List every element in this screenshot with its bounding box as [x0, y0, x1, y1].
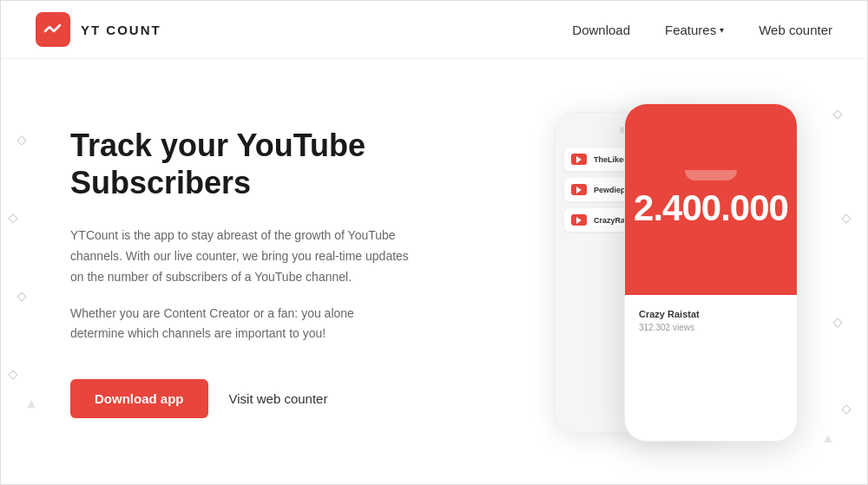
- hero-description-2: Whether you are Content Creator or a fan…: [70, 304, 391, 345]
- youtube-icon: [571, 214, 587, 226]
- nav-download[interactable]: Download: [572, 23, 630, 37]
- nav-features-label: Features: [665, 23, 716, 37]
- phone-front: 2.400.000 Crazy Raistat 312.302 views: [624, 103, 798, 442]
- cta-buttons: Download app Visit web counter: [70, 379, 444, 418]
- phone-front-top: 2.400.000: [625, 104, 797, 295]
- channel-detail-views: 312.302 views: [639, 323, 783, 332]
- youtube-icon: [571, 154, 587, 165]
- chevron-down-icon: ▾: [720, 25, 724, 35]
- phone-mockups: TheLikerShow 26,900,000 PewdiepIe 111,80…: [444, 59, 815, 485]
- diamond-decor: [8, 213, 17, 223]
- nav-web-counter[interactable]: Web counter: [759, 23, 832, 37]
- diamond-decor: [832, 318, 842, 327]
- triangle-decor: [824, 435, 832, 442]
- diamond-decor: [16, 135, 26, 145]
- diamond-decor: [832, 109, 842, 119]
- logo-icon: [36, 12, 70, 47]
- visit-web-counter-button[interactable]: Visit web counter: [229, 391, 328, 406]
- logo-text: YT COUNT: [81, 23, 161, 37]
- main-content: Track your YouTube Subscribers YTCount i…: [1, 59, 867, 485]
- phone-front-bottom: Crazy Raistat 312.302 views: [625, 295, 797, 346]
- hero-description-1: YTCount is the app to stay abreast of th…: [70, 226, 409, 287]
- logo-area: YT COUNT: [36, 12, 161, 47]
- triangle-decor: [27, 400, 36, 408]
- nav: Download Features ▾ Web counter: [572, 23, 832, 37]
- channel-detail-name: Crazy Raistat: [639, 309, 783, 319]
- diamond-decor: [841, 404, 851, 414]
- hero-left: Track your YouTube Subscribers YTCount i…: [70, 127, 444, 418]
- phone-notch: [685, 170, 737, 180]
- subscriber-count: 2.400.000: [634, 187, 788, 229]
- diamond-decor: [16, 292, 26, 301]
- diamond-decor: [841, 213, 851, 223]
- nav-features[interactable]: Features ▾: [665, 23, 724, 37]
- hero-headline: Track your YouTube Subscribers: [70, 127, 444, 201]
- header: YT COUNT Download Features ▾ Web counter: [1, 1, 867, 59]
- diamond-decor: [8, 370, 17, 379]
- youtube-icon: [571, 184, 587, 195]
- download-app-button[interactable]: Download app: [70, 379, 208, 418]
